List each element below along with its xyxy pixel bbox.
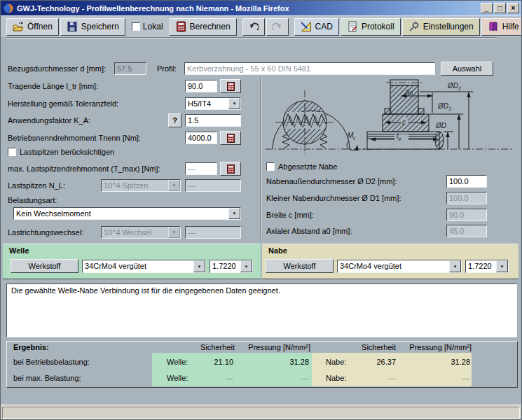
status-bar [1, 405, 521, 419]
hub-small-diameter-input[interactable] [446, 192, 487, 204]
cad-label: CAD [315, 22, 333, 31]
row-operating-hub-label: Nabe: [326, 358, 346, 366]
application-window: GWJ-Technology - Profilwellenberechnung … [0, 0, 522, 420]
torque-input[interactable] [185, 132, 217, 144]
dim-label-d1: ØD1 [437, 102, 451, 112]
load-peaks-checkbox[interactable] [8, 148, 16, 156]
open-folder-icon [13, 22, 24, 32]
tolerance-value: H5/IT4 [186, 98, 228, 109]
peaks-count-input[interactable] [185, 179, 241, 192]
hub-width-label: Breite c [mm]: [266, 211, 314, 219]
hub-section-title: Nabe [268, 246, 287, 255]
help-label: Hilfe [502, 22, 519, 31]
pressure-header-shaft: Pressung [N/mm²] [232, 343, 310, 351]
load-reversal-value: 10^4 Wechsel [102, 227, 168, 238]
row-max-hub-pressure: --- [414, 374, 470, 382]
hub-material-number-select[interactable]: 1.7220 ▼ [465, 260, 509, 273]
protocol-button[interactable]: Protokoll [341, 18, 401, 36]
hub-material-select[interactable]: 34CrMo4 vergütet ▼ [337, 260, 462, 273]
redo-icon [273, 22, 282, 31]
load-type-select[interactable]: Kein Wechselmoment ▼ [13, 207, 241, 220]
shaft-hub-diagram: c ltr a0 Mt ØD2 ØD1 ØD [264, 64, 515, 158]
close-button[interactable]: × [507, 3, 519, 13]
row-max-hub-safety: --- [359, 374, 396, 382]
row-max-hub-label: Nabe: [326, 374, 346, 382]
shaft-material-button[interactable]: Werkstoff [11, 259, 78, 273]
result-message-box[interactable]: Die gewählte Welle-Nabe Verbindung ist f… [6, 284, 517, 337]
results-title: Ergebnis: [13, 343, 49, 351]
help-button[interactable]: Hilfe [481, 18, 522, 36]
load-peaks-label: Lastspitzen berücksichtigen [20, 148, 114, 156]
peaks-count-label: Lastspitzen N_L: [8, 181, 65, 190]
local-label: Lokal [143, 22, 163, 31]
safety-header-hub: Sicherheit [351, 343, 396, 351]
tolerance-select[interactable]: H5/IT4 ▼ [185, 97, 241, 110]
row-operating-shaft-safety: 21.10 [197, 358, 233, 366]
floppy-disk-icon [67, 21, 78, 32]
length-calc-button[interactable] [220, 79, 241, 93]
shaft-material-value: 34CrMo4 vergütet [83, 260, 193, 272]
protocol-document-icon [347, 21, 358, 32]
calculate-button[interactable]: Berechnen [170, 18, 237, 36]
maximize-button[interactable]: □ [494, 3, 506, 13]
status-field [2, 407, 520, 419]
title-bar: GWJ-Technology - Profilwellenberechnung … [1, 1, 521, 15]
settings-label: Einstellungen [423, 22, 474, 31]
load-type-value: Kein Wechselmoment [14, 208, 228, 219]
load-reversal-input[interactable] [185, 226, 241, 239]
app-factor-input[interactable] [185, 114, 241, 127]
calculator-icon [226, 82, 235, 91]
ref-diameter-label: Bezugsdurchmesser d [mm]: [8, 64, 106, 73]
hub-outer-diameter-label: Nabenaußendurchmesser Ø D2 [mm]: [266, 177, 397, 186]
save-button[interactable]: Speichern [60, 18, 125, 36]
question-icon: ? [172, 116, 177, 125]
dim-label-d: ØD [435, 122, 446, 130]
minimize-button[interactable]: _ [481, 3, 493, 13]
shaft-material-select[interactable]: 34CrMo4 vergütet ▼ [82, 260, 206, 273]
chevron-down-icon: ▼ [168, 227, 180, 238]
toolbar-separator [6, 37, 497, 38]
minimize-icon: _ [485, 5, 489, 12]
max-torque-label: max. Lastspitzendrehmoment (T_max) [Nm]: [8, 164, 160, 173]
max-torque-calc-button[interactable] [220, 162, 241, 176]
hub-material-button[interactable]: Werkstoff [266, 259, 334, 273]
undo-button[interactable] [242, 18, 265, 36]
peaks-count-select[interactable]: 10^4 Spitzen ▼ [101, 179, 181, 192]
app-factor-help-button[interactable]: ? [168, 113, 181, 127]
shaft-material-number-select[interactable]: 1.7220 ▼ [210, 260, 253, 273]
row-operating-hub-pressure: 31.28 [414, 358, 470, 366]
pressure-header-hub: Pressung [N/mm²] [393, 343, 472, 351]
dim-label-c: c [402, 118, 406, 126]
row-max-shaft-safety: --- [197, 374, 233, 382]
max-torque-input[interactable] [185, 162, 217, 175]
settings-button[interactable]: Einstellungen [402, 18, 480, 36]
axial-distance-input[interactable] [446, 225, 487, 237]
axial-distance-label: Axialer Abstand a0 [mm]: [266, 227, 352, 235]
form-column-divider [260, 76, 261, 239]
shaft-material-button-label: Werkstoff [28, 262, 60, 270]
stepped-hub-checkbox[interactable] [266, 162, 275, 171]
shaft-section-title: Welle [9, 246, 29, 255]
torque-calc-button[interactable] [220, 131, 241, 145]
load-reversal-select[interactable]: 10^4 Wechsel ▼ [101, 226, 181, 239]
local-checkbox[interactable] [132, 22, 140, 31]
calculator-icon [176, 21, 186, 32]
firefox-icon [3, 3, 14, 14]
torque-label: Betriebsnenndrehmoment Tnenn [Nm]: [8, 134, 141, 142]
hub-width-input[interactable] [446, 209, 487, 221]
hub-outer-diameter-input[interactable] [446, 175, 487, 188]
redo-button[interactable] [266, 18, 289, 36]
hub-material-number: 1.7220 [466, 260, 496, 272]
hub-material-button-label: Werkstoff [283, 262, 315, 270]
shaft-material-number: 1.7220 [210, 260, 240, 272]
result-message: Die gewählte Welle-Nabe Verbindung ist f… [11, 286, 280, 295]
row-operating-shaft-pressure: 31.28 [253, 358, 309, 366]
length-input[interactable] [185, 80, 217, 92]
cad-button[interactable]: CAD [294, 18, 339, 36]
open-button[interactable]: Öffnen [6, 18, 59, 36]
local-checkbox-group: Lokal [132, 22, 163, 31]
hub-small-diameter-label: Kleiner Nabendurchmesser Ø D1 [mm]: [266, 194, 401, 202]
ref-diameter-input[interactable] [114, 62, 146, 75]
chevron-down-icon: ▼ [496, 260, 508, 272]
row-operating-label: bei Betriebsbelastung: [13, 358, 90, 366]
